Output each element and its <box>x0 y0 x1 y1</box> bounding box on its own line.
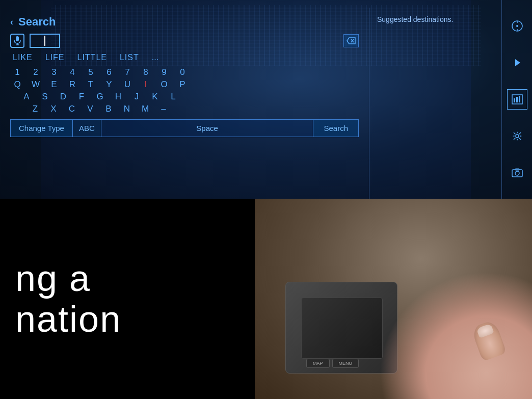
key-c[interactable]: C <box>65 104 79 114</box>
key-3[interactable]: 3 <box>47 67 61 77</box>
music-icon[interactable] <box>507 52 527 73</box>
search-title: Search <box>18 15 56 29</box>
search-header: ‹ Search <box>10 15 359 29</box>
key-p[interactable]: P <box>175 79 190 90</box>
overlay-text-line1: ng a <box>15 258 240 299</box>
bottom-section: ng a nation MAP MENU <box>0 199 532 399</box>
key-z[interactable]: Z <box>28 104 42 114</box>
key-dash[interactable]: – <box>156 104 171 114</box>
keyboard-area: ‹ Search <box>0 8 369 199</box>
input-area <box>10 34 359 48</box>
key-d[interactable]: D <box>56 92 70 102</box>
key-m[interactable]: M <box>138 104 152 114</box>
text-overlay-panel: ng a nation <box>0 199 255 399</box>
key-e[interactable]: E <box>47 79 61 90</box>
key-0[interactable]: 0 <box>175 67 190 77</box>
keyboard-rows: 1 2 3 4 5 6 7 8 9 0 Q W E R T <box>10 67 359 114</box>
trackpad-buttons: MAP MENU <box>306 359 359 368</box>
number-row: 1 2 3 4 5 6 7 8 9 0 <box>10 67 359 77</box>
key-n[interactable]: N <box>120 104 134 114</box>
finger <box>471 320 507 362</box>
map-button[interactable]: MAP <box>306 359 330 368</box>
suggestion-3[interactable]: LITTLE <box>77 53 107 62</box>
svg-line-17 <box>519 138 521 140</box>
display-panel: ‹ Search <box>0 8 532 199</box>
key-q[interactable]: Q <box>10 79 24 90</box>
change-type-button[interactable]: Change Type <box>10 119 73 137</box>
menu-button[interactable]: MENU <box>332 359 359 368</box>
svg-line-16 <box>514 132 516 135</box>
chart-icon[interactable] <box>507 89 527 110</box>
key-s[interactable]: S <box>38 92 52 102</box>
svg-rect-20 <box>512 170 522 177</box>
side-icon-bar <box>501 0 532 199</box>
key-8[interactable]: 8 <box>139 67 153 77</box>
asdf-row: A S D F G H J K L <box>10 92 359 102</box>
key-b[interactable]: B <box>101 104 116 114</box>
key-7[interactable]: 7 <box>120 67 135 77</box>
zxcv-row: Z X C V B N M – <box>10 104 359 114</box>
more-suggestions[interactable]: ... <box>152 53 158 62</box>
key-6[interactable]: 6 <box>102 67 116 77</box>
suggestion-4[interactable]: LIST <box>120 53 139 62</box>
key-h[interactable]: H <box>111 92 125 102</box>
text-input-box[interactable] <box>30 34 60 48</box>
key-i[interactable]: I <box>139 79 153 90</box>
key-w[interactable]: W <box>29 79 43 90</box>
key-u[interactable]: U <box>120 79 135 90</box>
key-5[interactable]: 5 <box>84 67 98 77</box>
key-4[interactable]: 4 <box>65 67 79 77</box>
word-suggestions: LIKE LIFE LITTLE LIST ... <box>13 53 359 62</box>
key-v[interactable]: V <box>83 104 97 114</box>
svg-line-18 <box>519 132 521 135</box>
svg-rect-12 <box>514 98 515 102</box>
settings-icon[interactable] <box>507 126 527 146</box>
trackpad-scene: MAP MENU <box>255 199 532 399</box>
key-y[interactable]: Y <box>102 79 116 90</box>
key-r[interactable]: R <box>65 79 79 90</box>
key-j[interactable]: J <box>129 92 144 102</box>
suggestion-1[interactable]: LIKE <box>13 53 33 62</box>
svg-line-19 <box>514 138 516 140</box>
abc-button[interactable]: ABC <box>73 119 101 137</box>
delete-icon[interactable] <box>343 34 359 47</box>
car-display-screen: ‹ Search <box>0 0 532 199</box>
key-f[interactable]: F <box>74 92 89 102</box>
key-t[interactable]: T <box>84 79 98 90</box>
camera-icon[interactable] <box>507 163 527 183</box>
svg-point-7 <box>516 25 518 27</box>
key-1[interactable]: 1 <box>10 67 24 77</box>
trackpad-pad[interactable] <box>301 298 383 359</box>
finger-nail <box>476 324 494 338</box>
svg-marker-3 <box>347 38 355 44</box>
key-o[interactable]: O <box>157 79 171 90</box>
microphone-icon[interactable] <box>10 34 24 48</box>
key-x[interactable]: X <box>46 104 61 114</box>
key-9[interactable]: 9 <box>157 67 171 77</box>
svg-rect-14 <box>519 96 520 102</box>
key-g[interactable]: G <box>93 92 107 102</box>
key-k[interactable]: K <box>148 92 162 102</box>
qwerty-row: Q W E R T Y U I O P <box>10 79 359 90</box>
svg-rect-0 <box>16 36 19 41</box>
navigation-icon[interactable] <box>507 16 527 36</box>
suggestion-2[interactable]: LIFE <box>45 53 65 62</box>
back-arrow-icon[interactable]: ‹ <box>10 17 13 28</box>
svg-rect-13 <box>516 97 518 102</box>
svg-marker-10 <box>515 59 520 66</box>
cursor-bar <box>44 36 45 46</box>
overlay-text-line2: nation <box>15 299 240 339</box>
search-button[interactable]: Search <box>313 119 359 137</box>
key-l[interactable]: L <box>166 92 180 102</box>
key-a[interactable]: A <box>19 92 34 102</box>
svg-point-15 <box>516 135 519 138</box>
space-button[interactable]: Space <box>101 119 314 137</box>
hand-overlay <box>379 272 532 399</box>
key-2[interactable]: 2 <box>29 67 43 77</box>
bottom-bar: Change Type ABC Space Search <box>10 119 359 137</box>
svg-point-21 <box>515 171 519 175</box>
